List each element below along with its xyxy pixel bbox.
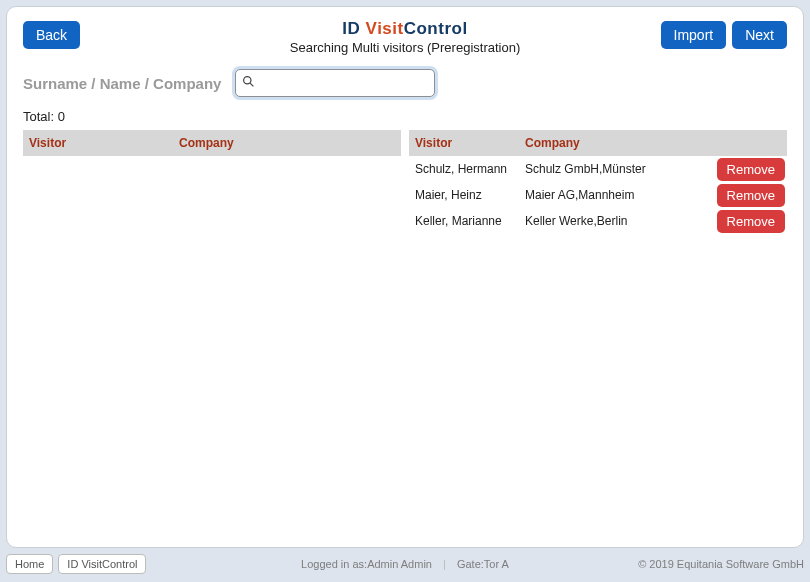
brand-id: ID bbox=[342, 19, 360, 38]
main-window: Back ID VisitControl Searching Multi vis… bbox=[6, 6, 804, 548]
cell-company: Keller Werke,Berlin bbox=[519, 214, 709, 228]
brand-control: Control bbox=[404, 19, 468, 38]
search-row: Surname / Name / Company bbox=[23, 69, 787, 97]
left-panel: Visitor Company bbox=[23, 130, 401, 234]
right-table-header: Visitor Company bbox=[409, 130, 787, 156]
cell-visitor: Keller, Marianne bbox=[409, 214, 519, 228]
remove-button[interactable]: Remove bbox=[717, 158, 785, 181]
svg-point-0 bbox=[244, 77, 251, 84]
import-button[interactable]: Import bbox=[661, 21, 727, 49]
total-value: 0 bbox=[58, 109, 65, 124]
footer: HomeID VisitControl Logged in as:Admin A… bbox=[6, 550, 804, 578]
topbar: Back ID VisitControl Searching Multi vis… bbox=[23, 17, 787, 61]
dual-panels: Visitor Company Visitor Company Schulz, … bbox=[23, 130, 787, 234]
cell-visitor: Schulz, Hermann bbox=[409, 162, 519, 176]
logged-in-label: Logged in as: bbox=[301, 558, 367, 570]
next-button[interactable]: Next bbox=[732, 21, 787, 49]
gate-label: Gate: bbox=[457, 558, 484, 570]
breadcrumb-item[interactable]: Home bbox=[6, 554, 53, 574]
search-icon bbox=[242, 75, 255, 91]
search-box[interactable] bbox=[235, 69, 435, 97]
right-header-visitor: Visitor bbox=[409, 136, 519, 150]
right-header-company: Company bbox=[519, 136, 709, 150]
table-row: Keller, MarianneKeller Werke,BerlinRemov… bbox=[409, 208, 787, 234]
right-panel: Visitor Company Schulz, HermannSchulz Gm… bbox=[409, 130, 787, 234]
svg-line-1 bbox=[251, 83, 254, 86]
brand-visit: Visit bbox=[366, 19, 404, 38]
search-label: Surname / Name / Company bbox=[23, 75, 221, 92]
table-row: Maier, HeinzMaier AG,MannheimRemove bbox=[409, 182, 787, 208]
right-table-body: Schulz, HermannSchulz GmbH,MünsterRemove… bbox=[409, 156, 787, 234]
footer-copyright: © 2019 Equitania Software GmbH bbox=[638, 558, 804, 570]
left-table-header: Visitor Company bbox=[23, 130, 401, 156]
cell-visitor: Maier, Heinz bbox=[409, 188, 519, 202]
total-label: Total: bbox=[23, 109, 54, 124]
cell-company: Maier AG,Mannheim bbox=[519, 188, 709, 202]
cell-company: Schulz GmbH,Münster bbox=[519, 162, 709, 176]
breadcrumb-item[interactable]: ID VisitControl bbox=[58, 554, 146, 574]
remove-button[interactable]: Remove bbox=[717, 184, 785, 207]
total-row: Total: 0 bbox=[23, 109, 787, 124]
table-row: Schulz, HermannSchulz GmbH,MünsterRemove bbox=[409, 156, 787, 182]
logged-in-user: Admin Admin bbox=[367, 558, 432, 570]
breadcrumbs: HomeID VisitControl bbox=[6, 554, 146, 574]
left-header-company: Company bbox=[173, 136, 401, 150]
search-input[interactable] bbox=[260, 76, 428, 91]
gate-value: Tor A bbox=[484, 558, 509, 570]
back-button[interactable]: Back bbox=[23, 21, 80, 49]
left-header-visitor: Visitor bbox=[23, 136, 173, 150]
remove-button[interactable]: Remove bbox=[717, 210, 785, 233]
